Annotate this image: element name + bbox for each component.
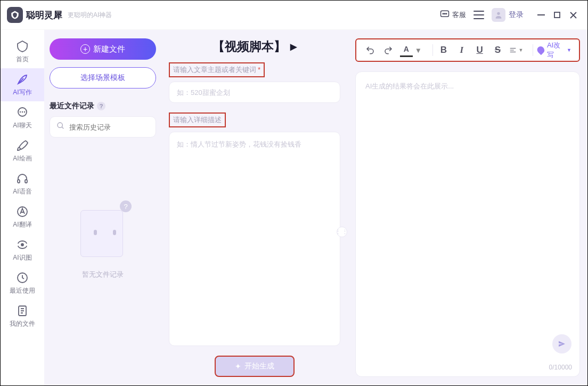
chat-bubble-icon — [439, 9, 450, 21]
sidebar-item-home[interactable]: 首页 — [1, 35, 44, 68]
app-subtitle: 更聪明的AI神器 — [68, 11, 112, 20]
sidebar-item-ai-translate[interactable]: AI翻译 — [1, 200, 44, 234]
page-title-text: 【视频脚本】 — [213, 38, 286, 55]
chevron-down-icon: ▼ — [567, 47, 571, 53]
file-icon — [15, 304, 29, 318]
sidebar-item-ai-voice[interactable]: AI语音 — [1, 167, 44, 200]
close-button[interactable] — [565, 7, 581, 23]
right-panel: A▼ B I U S ▼ AI改写 ▼ AI生成的结果将会在此展示... 0/1… — [348, 30, 587, 385]
sidebar-item-ai-write[interactable]: AI写作 — [1, 68, 44, 101]
customer-service-label: 客服 — [452, 10, 466, 20]
menu-button[interactable] — [473, 11, 484, 19]
svg-point-3 — [446, 13, 447, 14]
feather-icon — [15, 73, 29, 86]
search-history-input[interactable] — [50, 116, 156, 138]
empty-illustration: ? — [76, 202, 129, 260]
redo-button[interactable] — [382, 43, 395, 57]
toolbar-divider — [432, 44, 433, 56]
new-file-label: 新建文件 — [93, 44, 125, 54]
center-panel: 【视频脚本】 ▶ 请输入文章主题或者关键词* 请输入详细描述 ✦ 开始生成 — [161, 30, 348, 385]
titlebar: 聪明灵犀 更聪明的AI神器 客服 登录 — [1, 1, 587, 30]
svg-point-11 — [21, 244, 23, 246]
drag-handle[interactable]: ⋮⋮ — [337, 227, 347, 237]
chevron-down-icon: ▼ — [415, 46, 422, 54]
avatar-icon[interactable] — [492, 8, 505, 22]
svg-point-4 — [497, 12, 500, 15]
translate-icon — [15, 205, 29, 219]
underline-button[interactable]: U — [473, 43, 486, 57]
sidebar-item-label: AI写作 — [13, 88, 31, 97]
output-area[interactable]: AI生成的结果将会在此展示... 0/10000 — [355, 71, 580, 377]
maximize-button[interactable] — [549, 7, 565, 23]
login-button[interactable]: 登录 — [509, 10, 524, 20]
sidebar-item-my-files[interactable]: 我的文件 — [1, 300, 44, 333]
dropdown-triangle-icon: ▶ — [290, 42, 297, 52]
align-button[interactable]: ▼ — [509, 43, 523, 57]
char-counter: 0/10000 — [549, 364, 572, 371]
vision-icon — [15, 238, 29, 252]
svg-point-1 — [443, 13, 444, 14]
recent-icon — [15, 271, 29, 285]
svg-rect-6 — [554, 12, 560, 18]
sidebar-item-label: AI识图 — [13, 253, 31, 262]
keyword-label: 请输入文章主题或者关键词* — [169, 62, 265, 77]
svg-rect-8 — [18, 180, 20, 183]
ai-rewrite-label: AI改写 — [547, 41, 565, 60]
sidebar-item-label: 最近使用 — [10, 286, 35, 295]
italic-button[interactable]: I — [455, 43, 468, 57]
headphone-icon — [15, 172, 29, 186]
svg-rect-5 — [537, 14, 545, 15]
left-panel: + 新建文件 选择场景模板 最近文件记录 ? ? 暂无文件记录 — [44, 30, 161, 385]
output-placeholder: AI生成的结果将会在此展示... — [365, 82, 454, 90]
brush-icon — [15, 139, 29, 152]
page-title[interactable]: 【视频脚本】 ▶ — [169, 38, 340, 55]
sparkle-icon: ✦ — [235, 362, 241, 371]
strike-button[interactable]: S — [492, 43, 504, 57]
empty-text: 暂无文件记录 — [50, 270, 156, 279]
sidebar-item-label: AI聊天 — [13, 121, 31, 130]
svg-point-14 — [58, 123, 62, 127]
empty-state: ? 暂无文件记录 — [50, 202, 156, 279]
toolbar-divider — [533, 44, 533, 56]
text-color-button[interactable]: A — [400, 43, 413, 57]
editor-toolbar: A▼ B I U S ▼ AI改写 ▼ — [355, 38, 580, 62]
app-logo-icon — [7, 7, 23, 23]
sidebar-item-label: AI绘画 — [13, 154, 31, 163]
sidebar-item-recent[interactable]: 最近使用 — [1, 267, 44, 300]
svg-point-2 — [444, 13, 445, 14]
recent-files-heading: 最近文件记录 ? — [50, 101, 156, 111]
description-label: 请输入详细描述 — [169, 112, 226, 127]
sidebar-item-label: 我的文件 — [10, 319, 35, 328]
sidebar-item-label: AI语音 — [13, 187, 31, 196]
chat-icon — [15, 106, 29, 119]
svg-rect-9 — [25, 180, 27, 183]
sidebar-item-label: 首页 — [16, 55, 29, 64]
sidebar-item-ai-vision[interactable]: AI识图 — [1, 234, 44, 267]
app-name: 聪明灵犀 — [26, 9, 62, 21]
generate-label: 开始生成 — [244, 361, 274, 371]
help-icon[interactable]: ? — [97, 102, 105, 110]
send-button[interactable] — [552, 334, 571, 353]
choose-template-button[interactable]: 选择场景模板 — [50, 67, 156, 89]
recent-files-text: 最近文件记录 — [50, 101, 94, 111]
choose-template-label: 选择场景模板 — [80, 73, 125, 83]
window-controls — [533, 7, 581, 23]
bold-button[interactable]: B — [437, 43, 450, 57]
sidebar-item-label: AI翻译 — [13, 220, 31, 229]
sidebar-item-ai-draw[interactable]: AI绘画 — [1, 134, 44, 167]
generate-button[interactable]: ✦ 开始生成 — [215, 356, 295, 377]
description-input[interactable] — [169, 132, 340, 346]
home-icon — [15, 39, 29, 53]
minimize-button[interactable] — [533, 7, 549, 23]
plus-icon: + — [80, 44, 90, 54]
sidebar: 首页 AI写作 AI聊天 AI绘画 AI语音 AI翻译 AI识图 最近使用 — [1, 30, 44, 385]
new-file-button[interactable]: + 新建文件 — [50, 38, 156, 60]
sidebar-item-ai-chat[interactable]: AI聊天 — [1, 101, 44, 134]
droplet-icon — [536, 45, 546, 55]
keyword-input[interactable] — [169, 82, 340, 103]
undo-button[interactable] — [364, 43, 377, 57]
customer-service-button[interactable]: 客服 — [439, 9, 466, 21]
ai-rewrite-button[interactable]: AI改写 ▼ — [537, 41, 571, 60]
search-icon — [56, 122, 65, 132]
search-history-field[interactable] — [69, 123, 159, 131]
